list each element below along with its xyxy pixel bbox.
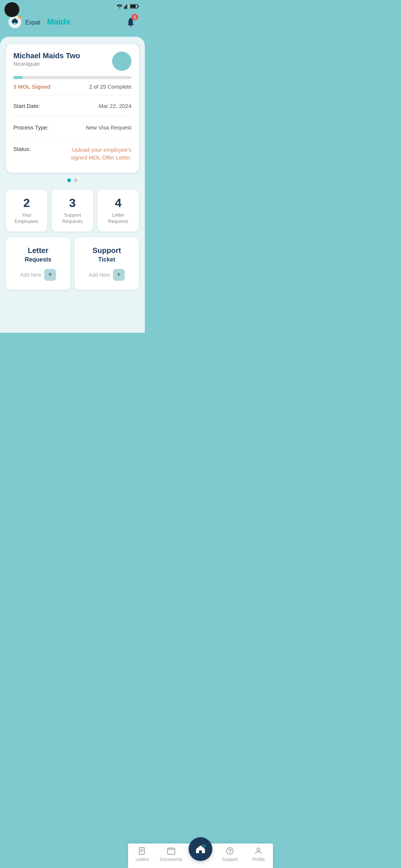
status-label: Status: — [13, 146, 31, 152]
letter-subtitle: Requests — [12, 256, 64, 263]
employee-nationality: Nicaraguan — [13, 61, 80, 67]
letter-add-label: Add New — [20, 272, 41, 278]
svg-rect-4 — [128, 4, 129, 9]
status-bar: 6:17 — [0, 0, 145, 11]
status-icons — [117, 4, 139, 9]
letter-label: LetterRequests — [101, 212, 135, 225]
dot-1[interactable] — [67, 178, 71, 182]
svg-rect-2 — [125, 6, 126, 9]
start-date-label: Start Date: — [13, 103, 40, 109]
support-label: SupportRequests — [55, 212, 89, 225]
mol-status: 3 MOL Signed — [13, 83, 50, 90]
main-content: Michael Maids Two Nicaraguan 3 MOL Signe… — [0, 37, 145, 333]
logo-maids: Maids — [47, 17, 70, 26]
avatar — [112, 52, 131, 71]
process-type-label: Process Type: — [13, 124, 49, 131]
progress-bar-fill — [13, 76, 23, 79]
svg-rect-3 — [126, 4, 127, 9]
notification-bell[interactable]: 1 — [124, 15, 137, 29]
svg-rect-1 — [124, 7, 125, 9]
signal-icon — [124, 4, 128, 9]
letter-add-row: Add New + — [12, 269, 64, 281]
status-row: Status: Upload your employee's signed MO… — [13, 142, 131, 165]
logo-stars-decoration: ✦ — [42, 19, 45, 23]
divider-3 — [13, 138, 131, 138]
start-date-value: Mar 22, 2024 — [99, 103, 131, 109]
svg-point-10 — [130, 25, 131, 27]
logo-expat: Expat — [25, 19, 40, 26]
svg-rect-7 — [131, 5, 136, 7]
stat-support[interactable]: 3 SupportRequests — [52, 190, 93, 231]
letter-add-button[interactable]: + — [44, 269, 56, 281]
employee-info: Michael Maids Two Nicaraguan — [13, 52, 80, 67]
support-title: Support — [81, 246, 133, 255]
divider-2 — [13, 116, 131, 117]
stats-row: 2 YourEmployees 3 SupportRequests 4 Lett… — [6, 190, 139, 231]
camera-notch — [4, 2, 19, 17]
app-header: Expat ✦ Maids 1 — [0, 11, 145, 37]
support-count: 3 — [55, 196, 89, 210]
support-add-label: Add New — [89, 272, 110, 278]
support-ticket-card[interactable]: Support Ticket Add New + — [75, 237, 139, 290]
letter-requests-card[interactable]: Letter Requests Add New + — [6, 237, 70, 290]
divider-1 — [13, 95, 131, 95]
stat-letter[interactable]: 4 LetterRequests — [98, 190, 139, 231]
employees-count: 2 — [10, 196, 43, 210]
logo-text: Expat ✦ Maids — [25, 17, 70, 27]
status-message: Upload your employee's signed MOL Offer … — [57, 146, 131, 161]
actions-row: Letter Requests Add New + Support Ticket… — [6, 237, 139, 290]
letter-title: Letter — [12, 246, 64, 255]
progress-row: 3 MOL Signed 2 of 25 Complete — [13, 83, 131, 90]
process-type-row: Process Type: New Visa Request — [13, 121, 131, 134]
progress-bar-container — [13, 76, 131, 79]
start-date-row: Start Date: Mar 22, 2024 — [13, 99, 131, 113]
employees-label: YourEmployees — [10, 212, 43, 225]
process-type-value: New Visa Request — [86, 124, 131, 131]
stat-employees[interactable]: 2 YourEmployees — [6, 190, 47, 231]
svg-point-0 — [119, 7, 120, 8]
card-header: Michael Maids Two Nicaraguan — [13, 52, 131, 71]
notification-badge: 1 — [131, 14, 138, 20]
carousel-dots — [6, 178, 139, 182]
employee-name: Michael Maids Two — [13, 52, 80, 60]
support-subtitle: Ticket — [81, 256, 133, 263]
employee-card[interactable]: Michael Maids Two Nicaraguan 3 MOL Signe… — [6, 44, 139, 172]
dot-2[interactable] — [74, 178, 78, 182]
support-add-button[interactable]: + — [113, 269, 125, 281]
wifi-icon — [117, 4, 123, 9]
svg-rect-6 — [138, 5, 139, 7]
battery-icon — [130, 4, 139, 9]
support-add-row: Add New + — [81, 269, 133, 281]
logo: Expat ✦ Maids — [7, 14, 70, 29]
letter-count: 4 — [101, 196, 135, 210]
progress-count: 2 of 25 Complete — [89, 83, 131, 90]
